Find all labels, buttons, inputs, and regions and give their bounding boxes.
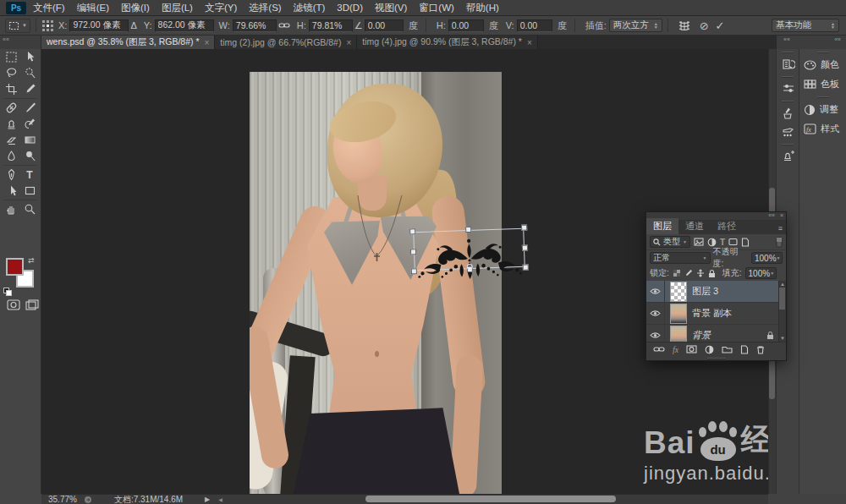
menu-layer[interactable]: 图层(L)	[162, 2, 193, 14]
workspace-switcher[interactable]: 基本功能 ▲▼	[772, 19, 839, 32]
menu-help[interactable]: 帮助(H)	[466, 2, 499, 14]
height-scale-field[interactable]	[309, 19, 353, 32]
menu-select[interactable]: 选择(S)	[249, 2, 281, 14]
dodge-tool[interactable]	[21, 149, 39, 163]
pen-tool[interactable]	[3, 167, 20, 182]
styles-panel-button[interactable]: fx 样式	[799, 119, 846, 139]
document-tab[interactable]: timg (4).jpg @ 90.9% (图层 3, RGB/8#) * ×	[357, 36, 537, 49]
rectangular-marquee-tool[interactable]	[3, 50, 20, 64]
layer-row-background[interactable]: 背景	[646, 325, 786, 342]
scroll-up-icon[interactable]: ▲	[779, 281, 786, 288]
x-position-field[interactable]	[69, 19, 129, 32]
crop-tool[interactable]	[3, 82, 20, 96]
close-icon[interactable]: ×	[204, 38, 209, 47]
panel-resize-grip[interactable]	[646, 356, 786, 360]
v-skew-field[interactable]	[517, 19, 552, 32]
lock-pixels-icon[interactable]	[684, 269, 693, 277]
rectangle-tool[interactable]	[21, 184, 39, 198]
gradient-tool[interactable]	[21, 133, 39, 147]
eyedropper-tool[interactable]	[21, 82, 39, 96]
layer-thumbnail[interactable]	[670, 304, 687, 324]
collapse-arrows-icon[interactable]: ««	[768, 212, 775, 218]
visibility-eye-icon[interactable]	[646, 303, 665, 324]
document-image[interactable]	[250, 72, 502, 494]
type-tool[interactable]: T	[21, 167, 39, 182]
history-brush-tool[interactable]	[21, 117, 39, 131]
transform-handle-ml[interactable]	[410, 249, 416, 255]
layer-row-selected[interactable]: 图层 3	[646, 281, 786, 303]
rotation-field[interactable]	[365, 19, 404, 32]
swatches-panel-button[interactable]: 色板	[799, 74, 846, 94]
y-position-field[interactable]	[155, 19, 214, 32]
path-selection-tool[interactable]	[3, 184, 20, 198]
tool-dock-collapse[interactable]: ««	[0, 36, 41, 49]
lock-transparency-icon[interactable]	[673, 269, 681, 277]
visibility-eye-icon[interactable]	[646, 325, 665, 342]
history-panel-icon[interactable]	[777, 55, 799, 74]
brush-panel-icon[interactable]	[777, 104, 799, 123]
menu-view[interactable]: 视图(V)	[375, 2, 407, 14]
collapse-arrows-icon[interactable]: ««	[783, 36, 790, 42]
filter-toggle-switch[interactable]	[776, 237, 783, 248]
document-tab-active[interactable]: wens.psd @ 35.8% (图层 3, RGB/8#) * ×	[41, 36, 215, 49]
transform-handle-tl[interactable]	[409, 228, 415, 234]
zoom-tool[interactable]	[21, 202, 39, 216]
transform-handle-br[interactable]	[523, 265, 529, 271]
lock-all-icon[interactable]	[708, 269, 716, 278]
tab-channels[interactable]: 通道	[678, 218, 711, 234]
free-transform-box[interactable]	[413, 228, 525, 271]
layer-row[interactable]: 背景 副本	[646, 303, 786, 325]
menu-edit[interactable]: 编辑(E)	[77, 2, 109, 14]
fill-dropdown[interactable]: 100% ▼	[745, 267, 777, 279]
document-tab[interactable]: timg (2).jpg @ 66.7%(RGB/8#) ×	[215, 36, 357, 49]
transform-handle-tm[interactable]	[465, 227, 471, 233]
clone-source-panel-icon[interactable]	[777, 147, 799, 166]
visibility-eye-icon[interactable]	[646, 281, 665, 302]
layers-scrollbar[interactable]: ▲ ▼	[778, 281, 786, 342]
filter-pixel-layers-icon[interactable]	[694, 238, 704, 246]
width-scale-field[interactable]	[233, 19, 277, 32]
close-icon[interactable]: ×	[346, 38, 351, 47]
brush-presets-panel-icon[interactable]	[777, 123, 799, 141]
cancel-transform-button[interactable]: ⊘	[700, 19, 709, 32]
layer-thumbnail[interactable]	[670, 326, 687, 342]
menu-type[interactable]: 文字(Y)	[205, 2, 237, 14]
warp-mode-toggle-icon[interactable]	[678, 20, 690, 31]
spot-healing-brush-tool[interactable]	[3, 101, 20, 115]
transform-handle-bl[interactable]	[411, 268, 417, 274]
lock-position-icon[interactable]	[696, 269, 705, 277]
tab-paths[interactable]: 路径	[711, 218, 743, 234]
menu-filter[interactable]: 滤镜(T)	[294, 2, 326, 14]
color-panel-button[interactable]: 颜色	[799, 55, 846, 74]
properties-panel-icon[interactable]	[777, 79, 799, 98]
filter-type-layers-icon[interactable]: T	[720, 238, 725, 247]
interpolation-dropdown[interactable]: 两次立方 ▲▼	[609, 19, 662, 32]
default-colors-icon[interactable]	[3, 288, 12, 296]
status-flyout-arrow-icon[interactable]: ▶	[205, 496, 210, 503]
filter-shape-layers-icon[interactable]	[728, 238, 738, 246]
collapse-arrows-icon[interactable]: ««	[834, 36, 841, 42]
adjustment-layer-icon[interactable]	[705, 345, 714, 354]
blur-tool[interactable]	[3, 149, 20, 163]
screen-mode-button[interactable]	[25, 299, 39, 310]
filter-smart-objects-icon[interactable]	[741, 238, 750, 247]
brush-tool[interactable]	[21, 101, 39, 115]
delete-layer-trash-icon[interactable]	[756, 345, 765, 354]
reference-point-locator[interactable]	[41, 19, 53, 31]
menu-window[interactable]: 窗口(W)	[419, 2, 454, 14]
layer-thumbnail[interactable]	[670, 282, 687, 302]
foreground-color-swatch[interactable]	[6, 258, 24, 276]
opacity-dropdown[interactable]: 100% ▼	[751, 252, 783, 264]
scroll-left-icon[interactable]: ◀	[218, 496, 222, 502]
filter-type-dropdown[interactable]: 类型 ▼	[650, 236, 690, 248]
eraser-tool[interactable]	[3, 133, 20, 147]
adjustments-panel-button[interactable]: 调整	[799, 100, 846, 119]
close-icon[interactable]: ×	[780, 212, 783, 218]
lasso-tool[interactable]	[3, 66, 20, 80]
new-group-folder-icon[interactable]	[722, 345, 733, 353]
transform-handle-mr[interactable]	[522, 245, 528, 251]
layers-scrollbar-thumb[interactable]	[779, 288, 785, 310]
quick-selection-tool[interactable]	[21, 66, 39, 80]
zoom-level-field[interactable]: 35.77%	[48, 495, 77, 504]
panel-menu-icon[interactable]: ≡	[775, 224, 786, 234]
